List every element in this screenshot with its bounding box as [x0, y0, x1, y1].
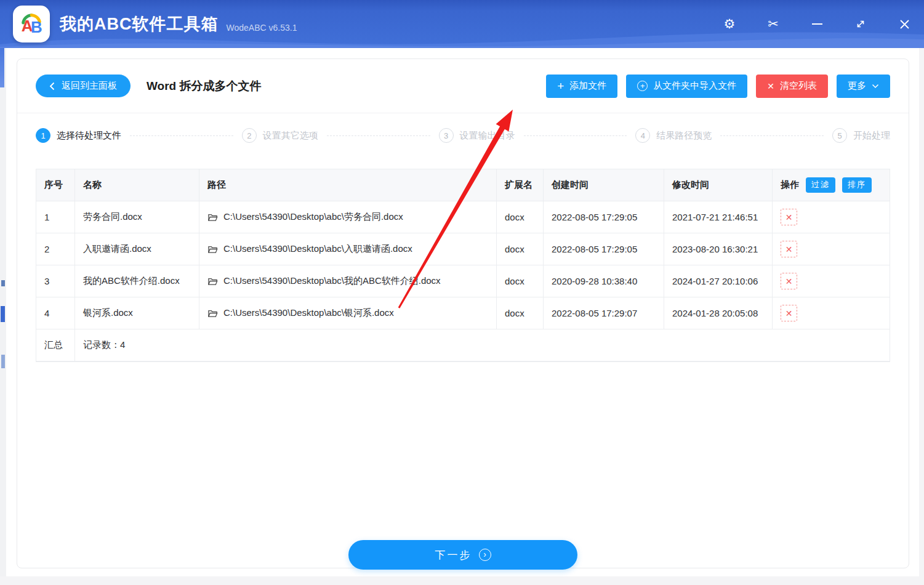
cell-modified: 2021-07-21 21:46:51 — [664, 201, 773, 233]
table-row: 2 入职邀请函.docx C:\Users\54390\Desktop\abc\… — [36, 233, 890, 265]
app-version: WodeABC v6.53.1 — [227, 23, 297, 33]
step-connector — [720, 135, 824, 136]
table-row: 3 我的ABC软件介绍.docx C:\Users\54390\Desktop\… — [36, 265, 890, 297]
app-title: 我的ABC软件工具箱 — [60, 13, 219, 35]
background-artifact — [1, 306, 5, 322]
clear-list-label: 清空列表 — [780, 80, 817, 92]
step-connector — [130, 135, 233, 136]
open-folder-icon[interactable] — [207, 213, 218, 222]
step-2-label: 设置其它选项 — [263, 130, 318, 142]
delete-row-button[interactable]: ✕ — [781, 305, 797, 321]
import-from-folder-button[interactable]: + 从文件夹中导入文件 — [626, 75, 747, 98]
path-text: C:\Users\54390\Desktop\abc\劳务合同.docx — [223, 211, 403, 223]
scissors-glyph: ✂ — [768, 18, 779, 31]
maximize-button[interactable] — [853, 17, 868, 31]
gear-glyph: ⚙ — [724, 18, 736, 31]
open-folder-icon[interactable] — [207, 277, 218, 286]
open-folder-icon[interactable] — [207, 245, 218, 254]
cell-ext: docx — [497, 233, 544, 265]
table-row: 4 银河系.docx C:\Users\54390\Desktop\abc\银河… — [36, 297, 890, 329]
background-artifact — [1, 280, 5, 286]
delete-row-button[interactable]: ✕ — [781, 209, 797, 225]
bottom-margin-strip — [0, 576, 924, 585]
header-path: 路径 — [199, 169, 497, 201]
file-table: 序号 名称 路径 扩展名 创建时间 修改时间 操作 过滤 排序 1 劳务合同.d… — [36, 169, 890, 362]
step-4-preview: 4 结果路径预览 — [635, 128, 712, 143]
cell-created: 2022-08-05 17:29:05 — [544, 201, 664, 233]
step-3-label: 设置输出目录 — [460, 130, 515, 142]
step-5-number: 5 — [832, 128, 847, 143]
more-button[interactable]: 更多 — [837, 75, 890, 98]
right-margin-strip — [919, 48, 924, 585]
page-title: Word 拆分成多个文件 — [147, 78, 261, 94]
scissors-icon[interactable]: ✂ — [766, 17, 781, 31]
table-row: 1 劳务合同.docx C:\Users\54390\Desktop\abc\劳… — [36, 201, 890, 233]
circle-plus-icon: + — [637, 81, 648, 91]
cell-name: 入职邀请函.docx — [75, 233, 199, 265]
main-panel: 返回到主面板 Word 拆分成多个文件 + 添加文件 + 从文件夹中导入文件 ✕… — [17, 58, 909, 568]
cell-modified: 2024-01-28 20:05:08 — [664, 297, 773, 329]
filter-button[interactable]: 过滤 — [806, 177, 835, 192]
settings-gear-icon[interactable]: ⚙ — [722, 17, 737, 31]
close-button[interactable] — [897, 17, 912, 31]
step-2-number: 2 — [242, 128, 257, 143]
cell-name: 银河系.docx — [75, 297, 199, 329]
cell-path: C:\Users\54390\Desktop\abc\入职邀请函.docx — [199, 233, 497, 265]
back-to-dashboard-button[interactable]: 返回到主面板 — [36, 75, 131, 97]
minimize-icon — [812, 23, 822, 25]
cell-created: 2022-08-05 17:29:07 — [544, 297, 664, 329]
header-modified: 修改时间 — [664, 169, 773, 201]
expand-icon — [854, 18, 867, 30]
cell-modified: 2023-08-20 16:30:21 — [664, 233, 773, 265]
step-4-label: 结果路径预览 — [656, 130, 712, 142]
next-step-button[interactable]: 下一步 › — [348, 540, 577, 570]
delete-row-button[interactable]: ✕ — [781, 273, 797, 289]
header-name: 名称 — [75, 169, 199, 201]
step-connector — [327, 135, 430, 136]
step-4-number: 4 — [635, 128, 650, 143]
cell-modified: 2024-01-27 20:10:06 — [664, 265, 773, 297]
cell-path: C:\Users\54390\Desktop\abc\劳务合同.docx — [199, 201, 497, 233]
header-ext: 扩展名 — [497, 169, 544, 201]
cell-ext: docx — [497, 265, 544, 297]
cell-ops: ✕ — [773, 265, 890, 297]
step-3-output-dir: 3 设置输出目录 — [439, 128, 515, 143]
summary-label: 汇总 — [36, 329, 75, 361]
cell-ext: docx — [497, 297, 544, 329]
cell-ops: ✕ — [773, 201, 890, 233]
svg-text:B: B — [31, 18, 42, 36]
header-no: 序号 — [36, 169, 75, 201]
clear-x-icon: ✕ — [767, 82, 774, 91]
step-3-number: 3 — [439, 128, 454, 143]
header-ops-label: 操作 — [781, 179, 799, 191]
chevron-down-icon — [872, 84, 879, 89]
cell-path: C:\Users\54390\Desktop\abc\我的ABC软件介绍.doc… — [199, 265, 497, 297]
open-folder-icon[interactable] — [207, 309, 218, 318]
cell-name: 劳务合同.docx — [75, 201, 199, 233]
cell-name: 我的ABC软件介绍.docx — [75, 265, 199, 297]
titlebar: A B 我的ABC软件工具箱 WodeABC v6.53.1 ⚙ ✂ — [0, 0, 924, 48]
cell-no: 2 — [36, 233, 75, 265]
minimize-button[interactable] — [810, 17, 824, 31]
background-artifact — [0, 48, 4, 87]
next-step-label: 下一步 — [435, 548, 472, 562]
path-text: C:\Users\54390\Desktop\abc\银河系.docx — [223, 307, 394, 319]
sort-button[interactable]: 排序 — [842, 177, 872, 192]
clear-list-button[interactable]: ✕ 清空列表 — [756, 75, 828, 98]
app-logo: A B — [13, 6, 50, 42]
cell-created: 2022-08-05 17:29:05 — [544, 233, 664, 265]
delete-row-button[interactable]: ✕ — [781, 241, 797, 257]
add-files-button[interactable]: + 添加文件 — [546, 75, 617, 98]
import-from-folder-label: 从文件夹中导入文件 — [653, 80, 736, 92]
step-5-start: 5 开始处理 — [832, 128, 890, 143]
cell-no: 4 — [36, 297, 75, 329]
chevron-left-icon — [49, 82, 55, 91]
step-1-number: 1 — [36, 128, 50, 143]
cell-no: 1 — [36, 201, 75, 233]
toolbar: 返回到主面板 Word 拆分成多个文件 + 添加文件 + 从文件夹中导入文件 ✕… — [17, 59, 909, 113]
background-artifact — [1, 355, 5, 368]
cell-ext: docx — [497, 201, 544, 233]
step-5-label: 开始处理 — [853, 130, 890, 142]
header-ops: 操作 过滤 排序 — [773, 169, 890, 201]
step-1-select-files: 1 选择待处理文件 — [36, 128, 121, 143]
